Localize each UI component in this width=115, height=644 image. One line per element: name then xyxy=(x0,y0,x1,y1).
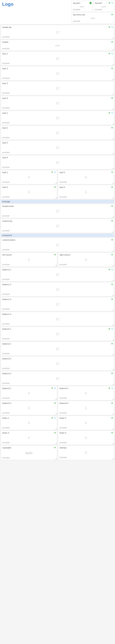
eye-icon-bottom2-4[interactable]: 👁 xyxy=(111,372,114,375)
eye-icon-left-column[interactable]: 👁 xyxy=(54,253,56,256)
resize-top3-4[interactable] xyxy=(112,197,114,199)
resize-bottom2-3[interactable] xyxy=(112,369,114,370)
top-menu-nav-jmod: jnmodule xyxy=(72,20,114,22)
edit-icon-bottom1-1[interactable]: ✎ xyxy=(111,268,114,271)
edit-icon-bottom3-2[interactable]: ✎ xyxy=(111,387,114,390)
top-area: Logo top-bar1 auto jnmodule top-bar2 xyxy=(0,0,115,24)
eye-icon-top1-1[interactable]: 👁 xyxy=(108,52,111,55)
eye-icon-right-column[interactable]: 👁 xyxy=(111,253,114,256)
eye-icon-bottom3-4[interactable]: 👁 xyxy=(111,402,114,404)
eye-icon-content-bottom[interactable]: 👁 xyxy=(111,238,114,241)
eye-icon-top3-3[interactable]: 👁 xyxy=(54,186,56,188)
eye-icon-bottom1-1[interactable]: 👁 xyxy=(108,268,111,271)
resize-bottom2-2[interactable] xyxy=(112,354,114,355)
top3-4-label: top3-4 xyxy=(59,186,66,188)
resize-bottom3-3[interactable] xyxy=(55,413,57,414)
resize-top2-4[interactable] xyxy=(112,168,114,169)
header-bg-box: header-bg 👁 ✎ 12 jnmodule xyxy=(1,25,114,39)
footer-4-label: footer-4 xyxy=(59,432,67,434)
resize-footer-4[interactable] xyxy=(112,443,114,444)
edit-icon-footer-1[interactable]: ✎ xyxy=(54,416,56,420)
resize-header[interactable] xyxy=(112,49,114,50)
copyrights-box: copyrights 👁 auto jnmodule xyxy=(1,445,57,460)
resize-bottom1-4[interactable] xyxy=(112,324,114,326)
edit-icon-top-bar2[interactable]: ✎ xyxy=(111,2,114,4)
resize-bottom2-1[interactable] xyxy=(112,339,114,340)
footer-2-jmod: jnmodule xyxy=(59,426,114,429)
resize-left-column[interactable] xyxy=(55,265,57,266)
eye-icon-bottom3-3[interactable]: 👁 xyxy=(54,402,56,404)
eye-icon-bottom3-2[interactable]: 👁 xyxy=(108,387,111,390)
eye-icon-content-top[interactable]: 👁 xyxy=(111,220,114,222)
eye-icon-top3-1[interactable]: 👁 xyxy=(51,171,54,174)
resize-footer-2[interactable] xyxy=(112,428,114,430)
eye-icon-bottom2-2[interactable]: 👁 xyxy=(111,342,114,345)
footer-1-box: footer-1 👁 ✎ 6 jnmodule xyxy=(1,416,57,430)
eye-icon-top-bar2[interactable]: 👁 xyxy=(108,2,111,4)
bottom2-4-jmod: jnmodule xyxy=(1,382,114,384)
eye-icon-header-bg[interactable]: 👁 xyxy=(108,26,111,28)
resize-bottom1-3[interactable] xyxy=(112,309,114,311)
bottom3-4-label: bottom3-4 xyxy=(59,402,69,404)
eye-icon-top1-2[interactable]: 👁 xyxy=(111,67,114,70)
eye-icon-bottom1-3[interactable]: 👁 xyxy=(111,298,114,301)
resize-content-top[interactable] xyxy=(112,231,114,232)
top2-3-num: 12 xyxy=(1,144,114,151)
edit-icon-bottom2-1[interactable]: ✎ xyxy=(111,328,114,330)
eye-icon-footer-1[interactable]: 👁 xyxy=(51,416,54,420)
eye-icon-footer-4[interactable]: 👁 xyxy=(111,432,114,434)
resize-top2-2[interactable] xyxy=(112,138,114,139)
resize-bottom3-2[interactable] xyxy=(112,398,114,400)
sitemap-box: sitemap 6 jnmodule xyxy=(58,445,114,460)
resize-top2-3[interactable] xyxy=(112,153,114,154)
content-bottom-box: content-bottom 👁 12 jnmodule xyxy=(1,238,114,252)
eye-icon-footer-3[interactable]: 👁 xyxy=(54,432,56,434)
resize-top1-2[interactable] xyxy=(112,78,114,80)
resize-top3-3[interactable] xyxy=(55,197,57,199)
resize-breadcrumbs[interactable] xyxy=(112,216,114,218)
eye-icon-bottom2-1[interactable]: 👁 xyxy=(108,328,111,330)
eye-icon-top2-2[interactable]: 👁 xyxy=(111,126,114,129)
copyrights-auto: auto xyxy=(1,450,56,456)
eye-icon-header[interactable]: 👁 xyxy=(111,40,114,44)
bottom2-4-num: 12 xyxy=(1,375,114,382)
eye-icon-top-menu-nav[interactable]: 👁 xyxy=(111,13,114,16)
resize-sitemap[interactable] xyxy=(112,458,114,460)
eye-icon-top3-4[interactable]: 👁 xyxy=(111,186,114,188)
resize-bottom2-4[interactable] xyxy=(112,384,114,385)
edit-icon-bottom3-1[interactable]: ✎ xyxy=(54,387,56,390)
content-top-num: 12 xyxy=(1,223,114,230)
edit-icon-top1-1[interactable]: ✎ xyxy=(111,52,114,55)
resize-top1-1[interactable] xyxy=(112,64,114,65)
resize-header-bg[interactable] xyxy=(112,37,114,38)
edit-icon-header-bg[interactable]: ✎ xyxy=(111,26,114,28)
resize-content-bottom[interactable] xyxy=(112,250,114,252)
resize-top3-2[interactable] xyxy=(112,182,114,184)
resize-bottom3-4[interactable] xyxy=(112,413,114,414)
edit-icon-top2-1[interactable]: ✎ xyxy=(111,112,114,114)
bottom3-2-jmod: jnmodule xyxy=(59,397,114,400)
resize-top1-4[interactable] xyxy=(112,108,114,110)
top-bar2-auto: auto xyxy=(94,5,114,8)
edit-icon-top3-1[interactable]: ✎ xyxy=(54,171,56,174)
top-bar1-label: top-bar1 xyxy=(72,2,81,4)
resize-bottom1-2[interactable] xyxy=(112,294,114,296)
resize-footer-1[interactable] xyxy=(55,428,57,430)
resize-copyrights[interactable] xyxy=(55,458,57,460)
eye-icon-top3-2[interactable]: 👁 xyxy=(111,171,114,174)
resize-footer-3[interactable] xyxy=(55,443,57,444)
eye-icon-breadcrumbs[interactable]: 👁 xyxy=(111,205,114,208)
eye-icon-bottom1-2[interactable]: 👁 xyxy=(111,283,114,286)
eye-icon-top2-1[interactable]: 👁 xyxy=(108,112,111,114)
resize-bottom1-1[interactable] xyxy=(112,280,114,281)
eye-icon-bottom3-1[interactable]: 👁 xyxy=(51,387,54,390)
resize-top3-1[interactable] xyxy=(55,182,57,184)
eye-icon-copyrights[interactable]: 👁 xyxy=(54,446,56,449)
resize-right-column[interactable] xyxy=(112,265,114,266)
eye-icon-footer-2[interactable]: 👁 xyxy=(111,416,114,420)
copyrights-jmod: jnmodule xyxy=(1,456,56,459)
resize-top1-3[interactable] xyxy=(112,93,114,95)
resize-top2-1[interactable] xyxy=(112,123,114,124)
resize-bottom3-1[interactable] xyxy=(55,398,57,400)
eye-icon-top1-4[interactable]: 👁 xyxy=(111,97,114,100)
